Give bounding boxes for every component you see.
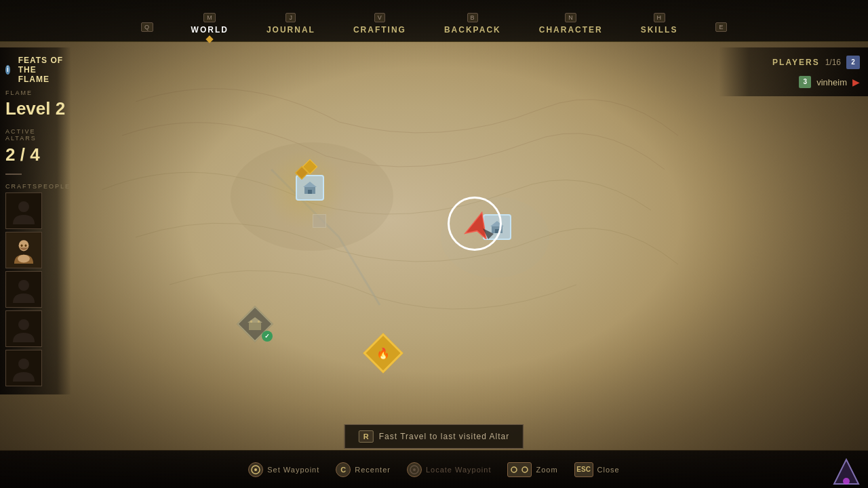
top-navigation: Q M WORLD J JOURNAL V CRAFTING B BACKPAC… <box>0 0 868 42</box>
info-icon: i <box>5 65 10 75</box>
svg-point-20 <box>18 319 29 330</box>
svg-rect-10 <box>249 323 261 330</box>
svg-point-16 <box>21 244 23 247</box>
bottom-controls: Set Waypoint C Recenter Locate Waypoint <box>248 462 619 477</box>
nav-item-backpack[interactable]: B BACKPACK <box>425 10 520 39</box>
players-badge: 2 <box>846 56 860 69</box>
nav-key-backpack: B <box>467 13 479 22</box>
nav-item-skills[interactable]: H SKILLS <box>622 10 697 39</box>
fast-travel-text: Fast Travel to last visited Altar <box>379 432 509 441</box>
players-count: 1/16 <box>825 58 841 67</box>
altars-value: 2 / 4 <box>5 144 66 165</box>
feats-title: FEATS OF THE FLAME <box>18 56 66 84</box>
control-set-waypoint[interactable]: Set Waypoint <box>248 462 319 477</box>
nav-item-character[interactable]: N CHARACTER <box>520 10 622 39</box>
player-level-badge: 3 <box>799 76 811 88</box>
control-close[interactable]: ESC Close <box>574 462 620 477</box>
svg-rect-4 <box>308 190 312 194</box>
svg-point-26 <box>511 467 517 472</box>
svg-point-19 <box>18 280 29 291</box>
fast-travel-key: R <box>359 430 374 443</box>
craftsman-avatar-3 <box>5 271 42 308</box>
close-label: Close <box>597 466 620 474</box>
svg-point-25 <box>413 468 416 471</box>
craftsman-avatar-4 <box>5 310 42 347</box>
nav-item-crafting[interactable]: V CRAFTING <box>334 10 425 39</box>
altars-label: ACTIVE ALTARS <box>5 128 66 142</box>
nav-items-list: Q M WORLD J JOURNAL V CRAFTING B BACKPAC… <box>122 10 746 39</box>
nav-item-journal[interactable]: J JOURNAL <box>248 10 334 39</box>
feats-header: i FEATS OF THE FLAME <box>5 56 66 84</box>
nav-label-crafting: CRAFTING <box>353 25 406 35</box>
waypoint-key-icon <box>248 462 263 477</box>
game-logo-mark <box>833 458 860 485</box>
craftsman-avatar-1 <box>5 192 42 229</box>
nav-key-skills: H <box>654 13 665 22</box>
svg-point-21 <box>18 359 29 369</box>
svg-point-27 <box>522 467 528 472</box>
player-arrow-marker <box>464 209 494 242</box>
active-nav-indicator <box>206 35 214 43</box>
recenter-key-icon: C <box>336 462 351 477</box>
control-locate-waypoint[interactable]: Locate Waypoint <box>407 462 492 477</box>
nav-item-world[interactable]: M WORLD <box>172 10 248 39</box>
altars-section: ACTIVE ALTARS 2 / 4 <box>5 128 66 165</box>
flame-section: FLAME Level 2 <box>5 89 66 119</box>
nav-key-world: M <box>203 13 216 22</box>
svg-rect-12 <box>250 321 252 323</box>
locate-label: Locate Waypoint <box>426 466 492 474</box>
svg-point-17 <box>24 244 26 247</box>
nav-key-character: N <box>565 13 576 22</box>
svg-point-18 <box>18 254 30 262</box>
players-header: PLAYERS 1/16 2 <box>727 56 860 69</box>
zoom-key-icon <box>507 462 532 477</box>
close-key-icon: ESC <box>574 462 593 477</box>
nav-label-skills: SKILLS <box>641 25 678 35</box>
small-square-marker <box>313 214 326 228</box>
svg-marker-3 <box>303 182 317 187</box>
player-name-vinheim: vinheim <box>816 77 847 87</box>
craftspeople-list <box>5 192 66 386</box>
nav-key-journal: J <box>285 13 296 22</box>
divider <box>5 174 22 175</box>
flame-level: Level 2 <box>5 99 66 119</box>
nav-label-character: CHARACTER <box>539 25 603 35</box>
control-recenter[interactable]: C Recenter <box>336 462 391 477</box>
craftspeople-label: CRAFTSPEOPLE <box>5 183 66 190</box>
recenter-label: Recenter <box>355 466 391 474</box>
player-location-arrow: ▶ <box>852 77 860 87</box>
locate-key-icon <box>407 462 422 477</box>
svg-point-29 <box>843 478 850 485</box>
svg-point-14 <box>18 201 29 212</box>
nav-label-journal: JOURNAL <box>267 25 315 35</box>
craftspeople-section: CRAFTSPEOPLE <box>5 183 66 386</box>
flame-label: FLAME <box>5 89 66 96</box>
nav-key-crafting: V <box>374 13 386 22</box>
nav-item-q[interactable]: Q <box>122 20 172 39</box>
flame-altar-marker[interactable]: 🔥 <box>369 339 397 367</box>
craftsman-avatar-5 <box>5 350 42 386</box>
control-zoom[interactable]: Zoom <box>507 462 557 477</box>
bottom-bar: R Fast Travel to last visited Altar Set … <box>0 450 868 488</box>
zoom-label: Zoom <box>536 466 557 474</box>
nav-label-backpack: BACKPACK <box>444 25 501 35</box>
svg-point-23 <box>254 468 257 471</box>
right-players-panel: PLAYERS 1/16 2 3 vinheim ▶ <box>719 47 868 96</box>
svg-marker-11 <box>248 317 262 323</box>
nav-item-e[interactable]: E <box>696 20 746 39</box>
fast-travel-prompt: R Fast Travel to last visited Altar <box>344 424 524 449</box>
players-title: PLAYERS <box>772 58 820 67</box>
waypoint-checked-marker[interactable]: ✓ <box>240 309 270 339</box>
svg-rect-13 <box>258 321 260 323</box>
player-item-vinheim: 3 vinheim ▶ <box>727 76 860 88</box>
nav-label-world: WORLD <box>191 25 229 35</box>
nav-key-e: E <box>715 22 727 32</box>
left-info-panel: i FEATS OF THE FLAME FLAME Level 2 ACTIV… <box>0 47 71 394</box>
craftsman-avatar-2 <box>5 232 42 268</box>
nav-key-q: Q <box>141 22 153 32</box>
waypoint-label: Set Waypoint <box>267 466 319 474</box>
